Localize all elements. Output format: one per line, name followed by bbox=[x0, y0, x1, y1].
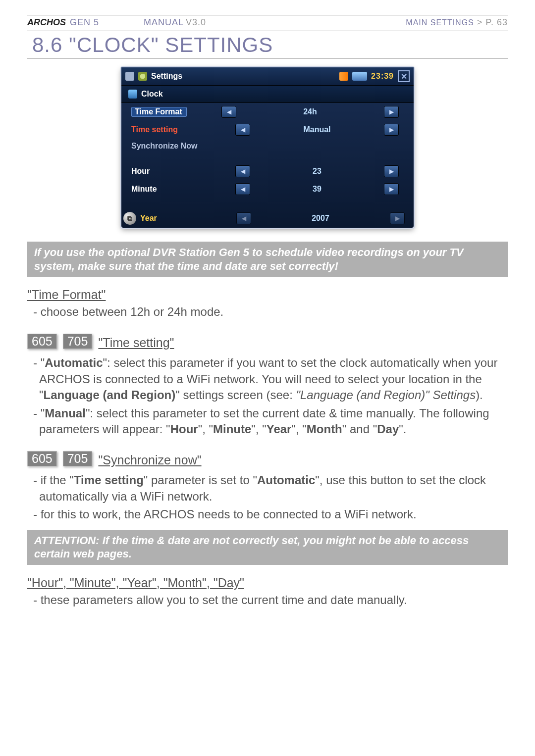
setting-row-time-setting[interactable]: Time setting ◀ Manual ▶ bbox=[121, 121, 414, 139]
chevron-right-icon: > bbox=[477, 17, 483, 28]
note-attention: ATTENTION: If the time & date are not co… bbox=[27, 530, 508, 565]
setting-label: Synchronize Now bbox=[131, 142, 230, 151]
badge-605: 605 bbox=[27, 334, 57, 349]
model-badges: 605 705 "Time setting" bbox=[27, 331, 508, 352]
rule bbox=[27, 15, 508, 15]
setting-value: 2007 bbox=[260, 214, 381, 223]
left-arrow-icon[interactable]: ◀ bbox=[235, 165, 250, 177]
device-screenshot: Settings 23:39 ✕ Clock Time Format ◀ 24h… bbox=[121, 67, 414, 228]
setting-row-sync[interactable]: Synchronize Now bbox=[121, 139, 414, 153]
left-arrow-icon[interactable]: ◀ bbox=[221, 106, 236, 118]
screenshot-topbar: Settings 23:39 ✕ bbox=[121, 67, 414, 85]
page-header: ARCHOS GEN 5 MANUAL V3.0 MAIN SETTINGS >… bbox=[27, 17, 508, 28]
badge-605: 605 bbox=[27, 451, 57, 466]
right-arrow-icon[interactable]: ▶ bbox=[384, 183, 399, 195]
list-item: "Manual": select this parameter to set t… bbox=[39, 405, 508, 438]
right-arrow-icon[interactable]: ▶ bbox=[384, 106, 399, 118]
manual-page: ARCHOS GEN 5 MANUAL V3.0 MAIN SETTINGS >… bbox=[0, 0, 535, 756]
list-sync-now: if the "Time setting" parameter is set t… bbox=[27, 472, 508, 522]
list-hmymd: these parameters allow you to set the cu… bbox=[27, 592, 508, 608]
clock-indicator: 23:39 bbox=[371, 72, 394, 81]
setting-label: Time setting bbox=[131, 125, 230, 134]
left-arrow-icon[interactable]: ◀ bbox=[236, 212, 251, 224]
setting-label: Time Format bbox=[131, 107, 187, 117]
left-arrow-icon[interactable]: ◀ bbox=[235, 124, 250, 136]
left-arrow-icon[interactable]: ◀ bbox=[235, 183, 250, 195]
list-item: choose between 12h or 24h mode. bbox=[39, 304, 508, 320]
screen-title: Settings bbox=[151, 72, 182, 81]
battery-icon bbox=[352, 72, 367, 81]
setting-value: 24h bbox=[241, 107, 379, 116]
section-title: 8.6 "CLOCK" SETTINGS bbox=[32, 33, 508, 57]
list-item: if the "Time setting" parameter is set t… bbox=[39, 472, 508, 504]
right-arrow-icon[interactable]: ▶ bbox=[390, 212, 405, 224]
rule bbox=[27, 31, 508, 31]
list-item: "Automatic": select this parameter if yo… bbox=[39, 355, 508, 403]
panel-title: Clock bbox=[141, 90, 163, 99]
speaker-icon bbox=[339, 72, 348, 81]
setting-row-year[interactable]: ⧉ Year ◀ 2007 ▶ bbox=[121, 207, 414, 228]
list-item: these parameters allow you to set the cu… bbox=[39, 592, 508, 608]
brand-logo: ARCHOS bbox=[27, 17, 66, 28]
heading-time-format: "Time Format" bbox=[27, 288, 508, 302]
heading-time-setting: "Time setting" bbox=[98, 336, 174, 350]
setting-row-hour[interactable]: Hour ◀ 23 ▶ bbox=[121, 162, 414, 180]
clock-icon bbox=[128, 90, 137, 99]
setting-value: 39 bbox=[255, 185, 379, 194]
setting-label: Year bbox=[140, 214, 227, 223]
setting-value: 23 bbox=[255, 167, 379, 176]
setting-label: Minute bbox=[131, 185, 230, 194]
setting-value: Manual bbox=[255, 125, 379, 134]
heading-hmymd: "Hour", "Minute", "Year", "Month", "Day" bbox=[27, 576, 508, 590]
list-time-format: choose between 12h or 24h mode. bbox=[27, 304, 508, 320]
setting-label: Hour bbox=[131, 167, 230, 176]
close-icon[interactable]: ✕ bbox=[398, 70, 410, 82]
model-badges: 605 705 "Synchronize now" bbox=[27, 448, 508, 469]
right-arrow-icon[interactable]: ▶ bbox=[384, 124, 399, 136]
badge-705: 705 bbox=[63, 451, 93, 466]
setting-row-minute[interactable]: Minute ◀ 39 ▶ bbox=[121, 180, 414, 198]
right-arrow-icon[interactable]: ▶ bbox=[384, 165, 399, 177]
version-label: V3.0 bbox=[186, 17, 206, 28]
screenshot-subbar: Clock bbox=[121, 85, 414, 103]
gen-label: GEN 5 bbox=[70, 17, 99, 28]
gear-icon[interactable] bbox=[138, 72, 147, 81]
rule bbox=[27, 58, 508, 58]
breadcrumb: MAIN SETTINGS bbox=[406, 18, 474, 27]
heading-sync-now: "Synchronize now" bbox=[98, 453, 201, 467]
list-item: for this to work, the ARCHOS needs to be… bbox=[39, 506, 508, 522]
manual-label: MANUAL bbox=[144, 17, 184, 28]
tab-icon[interactable]: ⧉ bbox=[123, 212, 136, 225]
list-time-setting: "Automatic": select this parameter if yo… bbox=[27, 355, 508, 437]
badge-705: 705 bbox=[63, 334, 93, 349]
home-icon[interactable] bbox=[125, 72, 134, 81]
note-dvr: If you use the optional DVR Station Gen … bbox=[27, 242, 508, 277]
page-number: P. 63 bbox=[485, 17, 508, 28]
setting-row-time-format[interactable]: Time Format ◀ 24h ▶ bbox=[121, 103, 414, 121]
